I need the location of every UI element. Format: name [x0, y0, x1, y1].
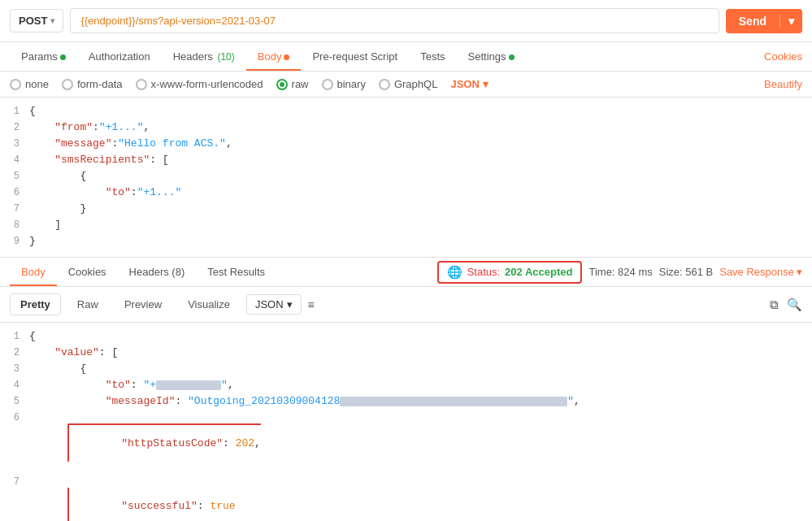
tab-settings[interactable]: Settings	[457, 42, 526, 71]
radio-binary	[322, 79, 333, 90]
params-dot	[60, 54, 66, 60]
send-label: Send	[726, 15, 779, 28]
resp-line: 1 {	[0, 329, 812, 345]
resp-line: 7 "successful": true	[0, 475, 812, 521]
json-format-label: JSON	[450, 78, 479, 90]
code-line: 6 "to":"+1..."	[0, 185, 812, 202]
code-line: 1 {	[0, 104, 812, 120]
status-badge: 🌐 Status: 202 Accepted	[437, 261, 583, 284]
response-json-select[interactable]: JSON ▾	[246, 294, 302, 315]
code-line: 9 }	[0, 234, 812, 250]
radio-graphql	[379, 79, 390, 90]
resp-json-arrow: ▾	[287, 298, 293, 310]
format-raw[interactable]: Raw	[67, 294, 108, 315]
resp-tab-cookies[interactable]: Cookies	[57, 258, 118, 286]
resp-line: 6 "httpStatusCode": 202,	[0, 410, 812, 475]
send-dropdown-arrow[interactable]: ▾	[779, 15, 802, 28]
request-tab-bar: Params Authorization Headers (10) Body P…	[0, 42, 812, 72]
method-label: POST	[19, 15, 47, 27]
tab-authorization[interactable]: Authorization	[77, 42, 162, 71]
body-type-bar: none form-data x-www-form-urlencoded raw…	[0, 72, 812, 98]
globe-icon: 🌐	[447, 265, 462, 280]
code-line: 5 {	[0, 169, 812, 185]
response-format-bar: Pretty Raw Preview Visualize JSON ▾ ≡ ⧉ …	[0, 287, 812, 323]
body-type-graphql[interactable]: GraphQL	[379, 78, 437, 90]
body-type-binary[interactable]: binary	[322, 78, 366, 90]
body-type-urlencoded[interactable]: x-www-form-urlencoded	[136, 78, 263, 90]
radio-none	[10, 79, 21, 90]
json-format-select[interactable]: JSON ▾	[450, 78, 488, 90]
tab-tests[interactable]: Tests	[409, 42, 456, 71]
status-value: 202 Accepted	[505, 266, 572, 278]
tab-body[interactable]: Body	[246, 42, 302, 71]
resp-line: 4 "to": "+ ",	[0, 378, 812, 394]
headers-badge: (10)	[217, 51, 234, 63]
resp-line: 3 {	[0, 362, 812, 378]
copy-icon[interactable]: ⧉	[770, 297, 779, 312]
filter-icon[interactable]: ≡	[308, 298, 315, 311]
code-line: 3 "message":"Hello from ACS.",	[0, 137, 812, 153]
resp-line: 5 "messageId": "Outgoing_20210309004128 …	[0, 394, 812, 410]
cookies-link[interactable]: Cookies	[764, 50, 802, 63]
method-select[interactable]: POST ▾	[10, 9, 63, 33]
tab-prerequest[interactable]: Pre-request Script	[301, 42, 409, 71]
response-body-editor: 1 { 2 "value": [ 3 { 4 "to": "+ ", 5 "me…	[0, 323, 812, 521]
send-button[interactable]: Send ▾	[726, 9, 802, 33]
search-icon[interactable]: 🔍	[787, 297, 802, 312]
body-type-raw[interactable]: raw	[276, 78, 309, 90]
body-dot	[284, 54, 289, 60]
radio-formdata	[62, 79, 73, 90]
response-actions: ⧉ 🔍	[770, 297, 802, 312]
response-time: Time: 824 ms	[588, 266, 652, 278]
response-size: Size: 561 B	[659, 266, 714, 278]
url-bar: POST ▾ Send ▾	[0, 0, 812, 42]
code-line: 2 "from":"+1...",	[0, 120, 812, 137]
resp-line: 2 "value": [	[0, 345, 812, 362]
request-body-editor[interactable]: 1 { 2 "from":"+1...", 3 "message":"Hello…	[0, 98, 812, 258]
save-response-arrow: ▾	[797, 266, 802, 278]
resp-tab-testresults[interactable]: Test Results	[196, 258, 276, 286]
resp-tab-body[interactable]: Body	[10, 258, 57, 286]
radio-raw	[276, 79, 288, 90]
status-label: Status:	[467, 266, 500, 278]
format-preview[interactable]: Preview	[115, 294, 172, 315]
format-visualize[interactable]: Visualize	[178, 294, 240, 315]
beautify-button[interactable]: Beautify	[764, 78, 802, 90]
resp-json-label: JSON	[255, 298, 284, 310]
resp-tab-headers[interactable]: Headers (8)	[118, 258, 197, 286]
json-arrow-icon: ▾	[483, 78, 489, 90]
code-line: 7 }	[0, 202, 812, 218]
response-meta: 🌐 Status: 202 Accepted Time: 824 ms Size…	[437, 261, 802, 284]
body-type-formdata[interactable]: form-data	[62, 78, 123, 90]
tab-params[interactable]: Params	[10, 42, 77, 71]
settings-dot	[509, 54, 515, 60]
code-line: 4 "smsRecipients": [	[0, 153, 812, 169]
tab-headers[interactable]: Headers (10)	[162, 42, 246, 71]
save-response-button[interactable]: Save Response ▾	[719, 266, 802, 278]
method-arrow-icon: ▾	[50, 16, 54, 25]
body-type-none[interactable]: none	[10, 78, 49, 90]
format-pretty[interactable]: Pretty	[10, 293, 61, 315]
url-input[interactable]	[70, 8, 719, 33]
code-line: 8 ]	[0, 218, 812, 234]
response-tab-bar: Body Cookies Headers (8) Test Results 🌐 …	[0, 258, 812, 287]
radio-urlencoded	[136, 79, 147, 90]
